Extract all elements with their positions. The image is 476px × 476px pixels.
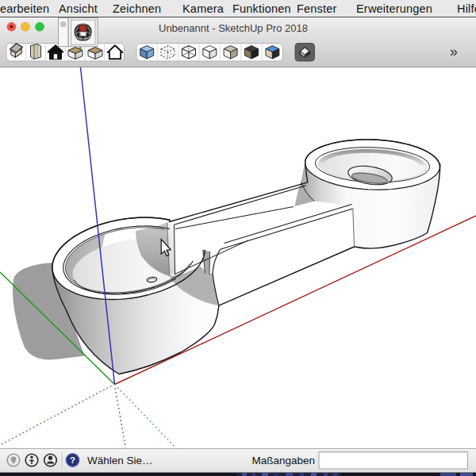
svg-text:Wählen Sie…: Wählen Sie… bbox=[87, 455, 153, 466]
svg-text:earbeiten: earbeiten bbox=[0, 2, 49, 15]
svg-text:Maßangaben: Maßangaben bbox=[251, 455, 315, 466]
svg-text:Erweiterungen: Erweiterungen bbox=[356, 2, 432, 15]
svg-text:Kamera: Kamera bbox=[182, 2, 225, 15]
svg-text:Unbenannt - SketchUp Pro 2018: Unbenannt - SketchUp Pro 2018 bbox=[159, 22, 308, 34]
svg-text:»: » bbox=[450, 44, 458, 60]
svg-text:?: ? bbox=[70, 455, 75, 465]
svg-text:Fenster: Fenster bbox=[297, 2, 337, 15]
svg-text:Zeichnen: Zeichnen bbox=[113, 2, 161, 15]
svg-text:Funktionen: Funktionen bbox=[232, 2, 291, 15]
svg-text:Ansicht: Ansicht bbox=[59, 2, 98, 15]
svg-text:Hilfe: Hilfe bbox=[457, 2, 476, 15]
